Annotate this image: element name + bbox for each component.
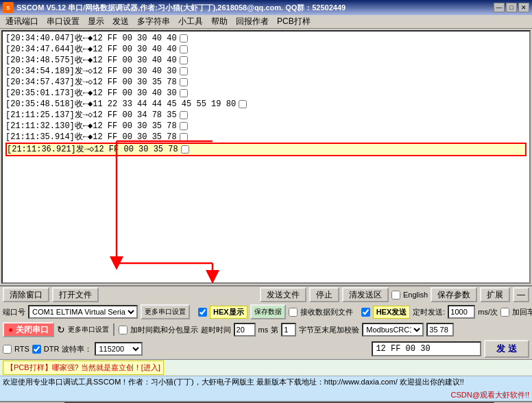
receive-to-file-checkbox[interactable]: [289, 308, 298, 317]
log-line-checkbox[interactable]: [180, 45, 188, 53]
rts-label: RTS: [14, 345, 29, 353]
log-line: [21:11:25.137]发→◇12 FF 00 34 78 35: [5, 110, 527, 121]
log-line-text: [20:34:57.437]发→◇12 FF 00 30 35 78: [5, 77, 177, 88]
log-line-checkbox[interactable]: [180, 78, 188, 86]
log-line: [20:35:01.173]收←◆12 FF 00 30 40 30: [5, 88, 527, 99]
menu-multistring[interactable]: 多字符串: [133, 14, 174, 29]
timeout-label: 超时时间: [201, 325, 231, 335]
log-line: [21:11:36.921]发→◇12 FF 00 30 35 78: [5, 143, 527, 156]
log-line-text: [20:34:47.644]收←◆12 FF 00 30 40 40: [5, 44, 177, 55]
bottom-ad-text: 欢迎使用专业串口调试工具SSCOM！作者：习小猫(丁丁)，大虾电子网版主 最新版…: [3, 377, 464, 387]
log-line: [20:34:47.644]收←◆12 FF 00 30 40 40: [5, 44, 527, 55]
log-line-text: [20:35:48.518]收←◆11 22 33 44 44 45 45 55…: [5, 99, 236, 110]
menu-help[interactable]: 帮助: [207, 14, 232, 29]
main-wrapper: [20:34:40.047]收←◆12 FF 00 30 40 40[20:34…: [0, 30, 532, 285]
log-line-checkbox[interactable]: [180, 89, 188, 97]
send-button[interactable]: 发 送: [484, 340, 529, 358]
ms-label: ms: [258, 326, 269, 334]
menu-display[interactable]: 显示: [84, 14, 108, 29]
separator-3: [113, 323, 114, 336]
save-data-button[interactable]: 保存数据: [250, 304, 286, 319]
close-button[interactable]: ✕: [518, 3, 529, 12]
log-line-text: [21:11:35.914]收←◆12 FF 00 30 35 78: [5, 132, 177, 143]
receive-to-file-label: 接收数据到文件: [300, 307, 353, 317]
log-line: [20:34:57.437]发→◇12 FF 00 30 35 78: [5, 77, 527, 88]
log-line: [21:11:35.914]收←◆12 FF 00 30 35 78: [5, 132, 527, 143]
title-bar: S SSCOM V5.12 串口/网络数据调试器,作者:习小猫(大虾丁丁),26…: [0, 0, 532, 15]
modbus-value-input[interactable]: [426, 323, 454, 337]
log-line-checkbox[interactable]: [180, 133, 188, 141]
log-line-text: [21:11:32.130]收←◆12 FF 00 30 35 78: [5, 121, 177, 132]
add-return-checkbox[interactable]: [500, 308, 509, 317]
timed-send-label: 定时发送:: [413, 307, 445, 317]
add-return-label: 加回车换行: [512, 307, 532, 317]
menu-feedback[interactable]: 回报作者: [232, 14, 273, 29]
menu-comm-port[interactable]: 通讯端口: [1, 14, 43, 29]
hex-send-checkbox[interactable]: [361, 308, 370, 317]
app-title: SSCOM V5.12 串口/网络数据调试器,作者:习小猫(大虾丁丁),2618…: [16, 3, 346, 13]
refresh-icon[interactable]: ↻: [57, 324, 65, 335]
app-icon: S: [3, 2, 14, 13]
menu-bar: 通讯端口 串口设置 显示 发送 多字符串 小工具 帮助 回报作者 PCB打样: [0, 15, 532, 29]
open-file-button[interactable]: 打开文件: [52, 287, 99, 302]
log-line: [21:11:32.130]收←◆12 FF 00 30 35 78: [5, 121, 527, 132]
log-line-text: [21:11:36.921]发→◇12 FF 00 30 35 78: [7, 144, 178, 155]
log-line-text: [20:34:48.575]收←◆12 FF 00 30 40 40: [5, 55, 177, 66]
log-line-checkbox[interactable]: [239, 100, 247, 108]
send-area-button[interactable]: 清发送区: [342, 287, 389, 302]
send-input[interactable]: [372, 341, 481, 356]
minimize-button[interactable]: —: [494, 3, 505, 12]
log-line-checkbox[interactable]: [180, 34, 188, 42]
log-line-text: [20:35:01.173]收←◆12 FF 00 30 40 30: [5, 88, 177, 99]
menu-send[interactable]: 发送: [108, 14, 133, 29]
log-line-checkbox[interactable]: [180, 56, 188, 64]
bottom-panel: 清除窗口 打开文件 发送文件 停止 清发送区 English 保存参数 扩展 —…: [0, 285, 532, 401]
timed-unit-label: ms/次: [478, 307, 498, 317]
maximize-button[interactable]: □: [506, 3, 517, 12]
hex-send-label: HEX发送: [373, 306, 411, 319]
menu-pcb[interactable]: PCB打样: [273, 14, 315, 29]
add-timestamp-checkbox[interactable]: [119, 326, 128, 334]
bottom-ad: 欢迎使用专业串口调试工具SSCOM！作者：习小猫(丁丁)，大虾电子网版主 最新版…: [0, 376, 532, 401]
window-controls: — □ ✕: [494, 3, 529, 12]
log-line-text: [21:11:25.137]发→◇12 FF 00 34 78 35: [5, 110, 177, 121]
send-file-button[interactable]: 发送文件: [260, 287, 306, 302]
page-num-input[interactable]: [281, 323, 296, 337]
rts-checkbox[interactable]: [3, 345, 12, 354]
expand-dash-button[interactable]: —: [513, 287, 529, 302]
port-select[interactable]: COM1 ELTIMA Virtual Serial: [28, 305, 138, 319]
log-line-text: [20:34:40.047]收←◆12 FF 00 30 40 40: [5, 33, 177, 44]
timeout-value-input[interactable]: [234, 323, 256, 337]
more-settings-button[interactable]: 更多串口设置: [141, 304, 190, 319]
pcb-ad-line2: 当然就是嘉立创！[进入]: [81, 363, 160, 371]
log-line-checkbox[interactable]: [180, 122, 188, 130]
log-line-checkbox[interactable]: [181, 145, 189, 154]
english-checkbox[interactable]: [391, 291, 400, 300]
close-port-icon: ●: [8, 325, 13, 334]
pcb-ad-line1: 【PCB打样】哪家强?: [6, 363, 79, 371]
add-timestamp-label: 加时间戳和分包显示: [130, 325, 198, 335]
log-line-checkbox[interactable]: [180, 67, 188, 75]
port-label: 端口号: [3, 307, 25, 317]
menu-tools[interactable]: 小工具: [174, 14, 207, 29]
log-line-checkbox[interactable]: [180, 111, 188, 119]
hex-display-checkbox[interactable]: [198, 308, 207, 317]
baud-select[interactable]: 115200: [95, 342, 143, 356]
clear-window-button[interactable]: 清除窗口: [3, 287, 49, 302]
log-area[interactable]: [20:34:40.047]收←◆12 FF 00 30 40 40[20:34…: [1, 30, 531, 284]
menu-serial-settings[interactable]: 串口设置: [43, 14, 84, 29]
log-line: [20:34:54.189]发→◇12 FF 00 30 40 30: [5, 66, 527, 77]
expand-button[interactable]: 扩展: [480, 287, 510, 302]
dtr-label: DTR: [44, 345, 60, 353]
hex-display-label: HEX显示: [210, 306, 247, 319]
page-label-post: 字节至末尾加校验: [299, 325, 359, 335]
stop-button[interactable]: 停止: [309, 287, 339, 302]
log-line-text: [20:34:54.189]发→◇12 FF 00 30 40 30: [5, 66, 177, 77]
dtr-checkbox[interactable]: [32, 345, 41, 354]
baud-label: 波特率：: [62, 344, 92, 354]
modbus-select[interactable]: ModbusCRC16: [362, 323, 424, 337]
timed-value-input[interactable]: [448, 305, 475, 319]
save-params-button[interactable]: 保存参数: [431, 287, 477, 302]
pcb-ad-text[interactable]: 【PCB打样】哪家强? 当然就是嘉立创！[进入]: [3, 361, 164, 375]
close-port-button[interactable]: ● 关闭串口: [3, 322, 54, 337]
